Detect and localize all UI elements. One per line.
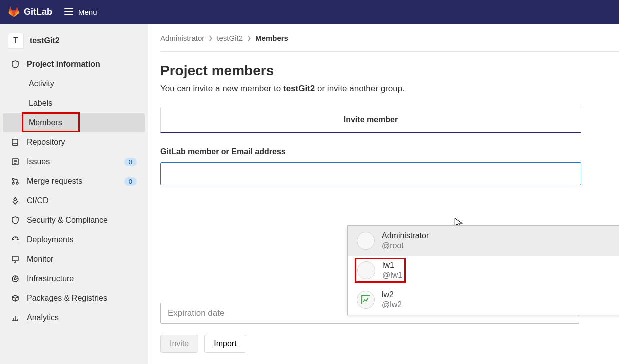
sidebar-item-label: Merge requests bbox=[27, 177, 82, 186]
sidebar-item-packages[interactable]: Packages & Registries bbox=[3, 289, 145, 308]
menu-button[interactable]: Menu bbox=[64, 8, 98, 16]
sidebar-item-merge-requests[interactable]: Merge requests 0 bbox=[3, 172, 145, 191]
dropdown-item-username: @lw2 bbox=[382, 300, 402, 310]
sidebar-item-members[interactable]: Members bbox=[3, 113, 145, 132]
svg-point-8 bbox=[14, 278, 16, 280]
button-row: Invite Import bbox=[160, 335, 619, 353]
packages-icon bbox=[11, 294, 20, 303]
avatar bbox=[358, 261, 376, 279]
cicd-icon bbox=[11, 196, 20, 205]
top-navbar: GitLab Menu bbox=[0, 0, 619, 24]
avatar bbox=[357, 232, 375, 250]
svg-point-5 bbox=[16, 182, 18, 184]
sidebar: T testGit2 Project information Activity … bbox=[0, 24, 148, 364]
sidebar-item-labels[interactable]: Labels bbox=[3, 94, 145, 113]
breadcrumb: Administrator ❯ testGit2 ❯ Members bbox=[160, 34, 619, 52]
sidebar-item-issues[interactable]: Issues 0 bbox=[3, 152, 145, 171]
dropdown-item-name: Administrator bbox=[382, 231, 429, 241]
sidebar-item-label: CI/CD bbox=[27, 196, 49, 205]
project-name: testGit2 bbox=[30, 36, 60, 45]
avatar bbox=[357, 291, 375, 309]
dropdown-item-username: @lw1 bbox=[382, 270, 402, 280]
breadcrumb-current: Members bbox=[256, 34, 288, 42]
sidebar-item-label: Labels bbox=[29, 99, 52, 108]
chevron-right-icon: ❯ bbox=[247, 35, 252, 41]
tabs: Invite member bbox=[160, 107, 582, 133]
chevron-right-icon: ❯ bbox=[208, 35, 213, 41]
member-input[interactable] bbox=[160, 162, 582, 185]
member-dropdown: Administrator @root lw1 @lw1 l bbox=[348, 225, 619, 315]
expiration-placeholder: Expiration date bbox=[168, 308, 224, 318]
svg-point-3 bbox=[12, 178, 14, 180]
sidebar-item-label: Security & Compliance bbox=[27, 216, 108, 225]
sidebar-item-deployments[interactable]: Deployments bbox=[3, 230, 145, 249]
issues-count-badge: 0 bbox=[124, 158, 137, 166]
sidebar-item-analytics[interactable]: Analytics bbox=[3, 308, 145, 327]
hamburger-icon bbox=[64, 8, 74, 15]
sidebar-item-label: Monitor bbox=[27, 255, 54, 264]
dropdown-item-name: lw2 bbox=[382, 290, 402, 300]
issues-icon bbox=[11, 157, 20, 166]
monitor-icon bbox=[11, 255, 20, 264]
shield-icon bbox=[11, 216, 20, 225]
dropdown-item-name: lw1 bbox=[382, 260, 402, 270]
project-info-icon bbox=[11, 60, 20, 69]
sidebar-item-infrastructure[interactable]: Infrastructure bbox=[3, 269, 145, 288]
sidebar-item-label: Issues bbox=[27, 157, 50, 166]
sidebar-item-label: Activity bbox=[29, 79, 54, 88]
menu-label: Menu bbox=[78, 8, 98, 16]
infrastructure-icon bbox=[11, 274, 20, 283]
brand-text[interactable]: GitLab bbox=[24, 7, 52, 17]
page-title: Project members bbox=[160, 63, 619, 79]
dropdown-item-username: @root bbox=[382, 241, 429, 251]
sidebar-item-label: Packages & Registries bbox=[27, 294, 108, 303]
svg-point-4 bbox=[12, 182, 14, 184]
sidebar-item-repository[interactable]: Repository bbox=[3, 133, 145, 152]
deployments-icon bbox=[11, 235, 20, 244]
svg-rect-6 bbox=[12, 256, 18, 261]
mr-count-badge: 0 bbox=[124, 177, 137, 186]
breadcrumb-root[interactable]: Administrator bbox=[160, 34, 204, 42]
merge-requests-icon bbox=[11, 177, 20, 186]
sidebar-item-label: Repository bbox=[27, 138, 65, 147]
gitlab-logo-icon bbox=[8, 6, 20, 18]
dropdown-item[interactable]: Administrator @root bbox=[348, 226, 619, 256]
repository-icon bbox=[11, 138, 20, 147]
dropdown-item[interactable]: lw1 @lw1 bbox=[348, 256, 619, 285]
member-field-label: GitLab member or Email address bbox=[160, 147, 619, 156]
invite-button[interactable]: Invite bbox=[160, 335, 198, 353]
project-avatar: T bbox=[8, 33, 24, 49]
svg-rect-1 bbox=[13, 144, 18, 145]
sidebar-item-label: Infrastructure bbox=[27, 274, 74, 283]
sidebar-item-security[interactable]: Security & Compliance bbox=[3, 211, 145, 230]
sidebar-item-label: Project information bbox=[27, 60, 100, 69]
sidebar-item-activity[interactable]: Activity bbox=[3, 74, 145, 93]
project-header[interactable]: T testGit2 bbox=[0, 29, 148, 53]
highlight-box bbox=[22, 112, 80, 132]
breadcrumb-project[interactable]: testGit2 bbox=[217, 34, 243, 42]
page-subtitle: You can invite a new member to testGit2 … bbox=[160, 84, 619, 94]
sidebar-item-label: Deployments bbox=[27, 235, 74, 244]
analytics-icon bbox=[11, 313, 20, 322]
main-content: Administrator ❯ testGit2 ❯ Members Proje… bbox=[148, 24, 619, 364]
tab-invite-member[interactable]: Invite member bbox=[161, 107, 581, 132]
sidebar-item-project-information[interactable]: Project information bbox=[3, 55, 145, 74]
sidebar-item-cicd[interactable]: CI/CD bbox=[3, 191, 145, 210]
dropdown-item[interactable]: lw2 @lw2 bbox=[348, 285, 619, 315]
sidebar-item-monitor[interactable]: Monitor bbox=[3, 250, 145, 269]
import-button[interactable]: Import bbox=[204, 335, 246, 353]
sidebar-item-label: Analytics bbox=[27, 313, 59, 322]
